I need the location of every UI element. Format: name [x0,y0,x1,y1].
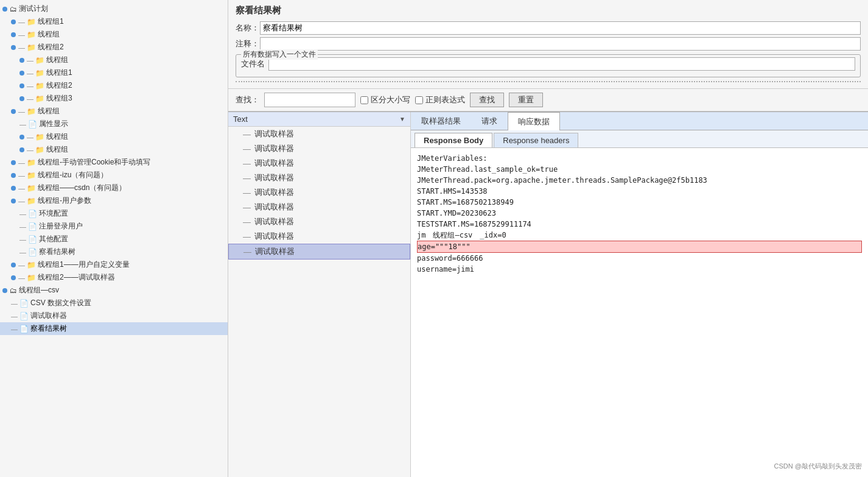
sidebar-item-t19[interactable]: —📄察看结果树 [0,246,228,258]
sampler-item[interactable]: —调试取样器 [228,200,410,214]
sidebar-item-t21[interactable]: —📁线程组2——调试取样器 [0,271,228,284]
file-group: 所有数据写入一个文件 文件名 [236,54,861,77]
sampler-item[interactable]: —调试取样器 [228,141,410,156]
sidebar-item-t8[interactable]: —📁线程组 [0,105,228,118]
sampler-item[interactable]: —调试取样器 [228,185,410,200]
search-input[interactable] [264,93,355,107]
tree-item-label: CSV 数据文件设置 [30,298,91,308]
tree-node-dot [11,109,16,114]
note-label: 注释： [236,38,260,49]
top-section: 察看结果树 名称： 注释： 所有数据写入一个文件 文件名 [228,0,868,89]
search-label: 查找： [236,94,259,105]
sidebar-item-t12[interactable]: —📁线程组-手动管理Cookie和手动填写 [0,156,228,169]
tree-node-dot [19,71,24,76]
sampler-item-label: 调试取样器 [254,187,294,198]
sampler-item[interactable]: —调试取样器 [228,156,410,171]
sidebar-item-t13[interactable]: —📁线程组-izu（有问题） [0,169,228,182]
response-line: START.HMS=143538 [417,186,862,197]
file-icon: 📄 [28,210,37,218]
sidebar-item-t25[interactable]: —📄察看结果树 [0,322,228,335]
sidebar-item-t18[interactable]: —📄其他配置 [0,233,228,246]
regex-checkbox[interactable] [415,96,423,104]
file-icon: 📄 [28,248,37,256]
sampler-item[interactable]: —调试取样器 [228,214,410,229]
folder-icon: 🗂 [10,5,17,13]
sidebar-item-t3[interactable]: —📁线程组2 [0,41,228,54]
response-line: START.YMD=20230623 [417,208,862,219]
sidebar-item-t23[interactable]: —📄CSV 数据文件设置 [0,297,228,309]
sidebar-item-t16[interactable]: —📄环境配置 [0,207,228,220]
tree-item-label: 线程组3 [46,93,72,104]
folder-icon: 📁 [27,43,36,52]
tree-item-label: 线程组-手动管理Cookie和手动填写 [38,157,150,168]
regex-group: 正则表达式 [415,94,465,105]
folder-icon: 📁 [35,133,44,141]
sidebar-item-t1[interactable]: —📁线程组1 [0,15,228,28]
file-input[interactable] [268,57,855,71]
sidebar-item-t2[interactable]: —📁线程组 [0,28,228,41]
sidebar-item-t24[interactable]: —📄调试取样器 [0,309,228,322]
response-line: JMeterThread.pack=org.apache.jmeter.thre… [417,175,862,186]
sidebar-item-t5[interactable]: —📁线程组1 [0,66,228,79]
tree-node-dot [11,186,16,191]
folder-icon: 📁 [35,94,44,103]
sampler-item-label: 调试取样器 [254,202,294,213]
sampler-dash-icon: — [243,217,251,227]
main-tab-响应数据[interactable]: 响应数据 [508,112,560,130]
name-input[interactable] [260,21,861,35]
sidebar-item-t6[interactable]: —📁线程组2 [0,79,228,92]
sidebar-item-t10[interactable]: —📁线程组 [0,130,228,143]
sampler-item[interactable]: —调试取样器 [228,127,410,141]
tree-item-label: 属性显示 [39,119,68,129]
folder-icon: 📁 [35,56,44,65]
folder-icon: 🗂 [10,286,17,295]
tree-expand-icon [2,7,7,12]
file-icon: 📄 [19,312,29,320]
find-button[interactable]: 查找 [470,93,504,107]
sub-tab-Response-headers[interactable]: Response headers [494,133,578,147]
sidebar-item-root[interactable]: 🗂测试计划 [0,2,228,15]
sidebar-item-t14[interactable]: —📁线程组——csdn（有问题） [0,182,228,194]
main-tab-请求[interactable]: 请求 [471,112,508,130]
main-tabs-row: 取样器结果请求响应数据 [411,112,868,130]
case-sensitive-checkbox[interactable] [360,96,368,104]
sampler-item[interactable]: —调试取样器 [228,244,410,260]
sidebar-item-t20[interactable]: —📁线程组1——用户自定义变量 [0,258,228,271]
sidebar-item-t9[interactable]: —📄属性显示 [0,118,228,130]
sampler-list-header[interactable]: Text ▼ [228,112,410,127]
sidebar-item-t11[interactable]: —📁线程组 [0,143,228,156]
sampler-dash-icon: — [243,130,251,139]
tree-item-label: 测试计划 [19,4,48,14]
tree-item-label: 其他配置 [39,234,68,244]
tree-node-dot [11,160,16,165]
folder-icon: 📁 [27,274,36,282]
file-row: 文件名 [241,57,855,71]
tree-item-label: 线程组 [38,29,60,40]
sidebar-item-t17[interactable]: —📄注册登录用户 [0,220,228,233]
tree-item-label: 线程组——csdn（有问题） [38,183,126,193]
folder-icon: 📁 [35,82,44,90]
sampler-dash-icon: — [243,174,251,183]
sampler-item[interactable]: —调试取样器 [228,229,410,244]
reset-button[interactable]: 重置 [509,93,543,107]
sampler-item-label: 调试取样器 [255,246,295,257]
sidebar-item-t4[interactable]: —📁线程组 [0,54,228,66]
note-input[interactable] [260,37,861,51]
right-panel: 取样器结果请求响应数据 Response BodyResponse header… [411,112,868,477]
main-tab-取样器结果[interactable]: 取样器结果 [411,112,471,130]
sub-tab-Response-Body[interactable]: Response Body [415,133,492,147]
sampler-dash-icon: — [243,247,251,256]
tree-item-label: 注册登录用户 [39,221,83,231]
bottom-section: Text ▼ —调试取样器—调试取样器—调试取样器—调试取样器—调试取样器—调试… [228,111,868,477]
sidebar-item-t7[interactable]: —📁线程组3 [0,92,228,105]
tree-node-dot [11,32,16,37]
name-label: 名称： [236,23,260,34]
response-content: JMeterVariables:JMeterThread.last_sample… [411,148,868,477]
sidebar-item-t22[interactable]: 🗂线程组—csv [0,284,228,297]
tree-item-label: 线程组 [46,55,68,65]
sampler-item[interactable]: —调试取样器 [228,171,410,185]
sidebar-item-t15[interactable]: —📁线程组-用户参数 [0,194,228,207]
dropdown-arrow-icon[interactable]: ▼ [399,116,405,122]
note-row: 注释： [236,37,861,51]
sampler-header-text: Text [233,115,399,124]
